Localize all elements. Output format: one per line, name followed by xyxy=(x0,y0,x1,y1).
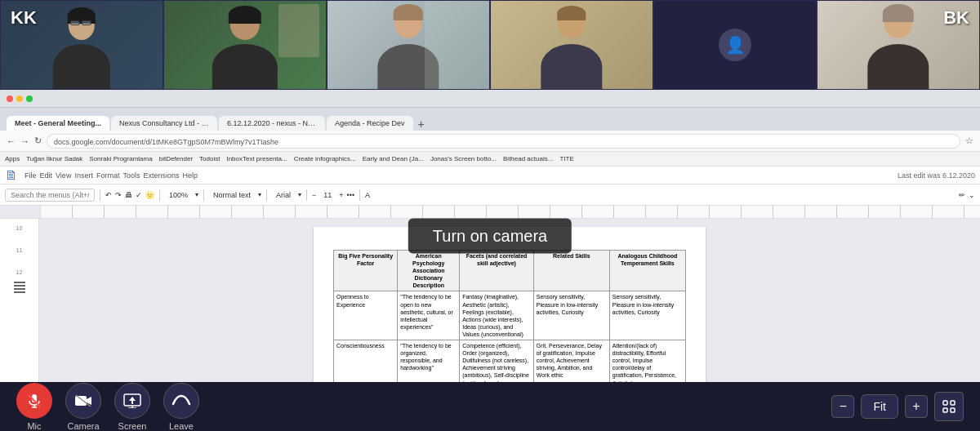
more-options-btn[interactable]: ••• xyxy=(347,191,354,199)
toolbar-sep-6 xyxy=(359,189,360,201)
table-row: Conscientiousness "The tendency to be or… xyxy=(334,340,686,382)
childhood-openness: Sensory sensitivity, Pleasure in low-int… xyxy=(609,291,685,340)
gdocs-ruler xyxy=(0,206,980,219)
turn-on-camera-overlay: Turn on camera xyxy=(408,219,572,254)
bookmark-apps[interactable]: Apps xyxy=(5,155,20,162)
chrome-tab-nexus[interactable]: Nexus Consultancy Ltd - Cairns... xyxy=(111,116,217,131)
bookmark-early[interactable]: Early and Dean (Ja... xyxy=(363,155,424,162)
bookmark-sonraki[interactable]: Sonraki Programlama xyxy=(89,155,152,162)
font-select[interactable]: Arial xyxy=(272,190,295,200)
expand-btn[interactable]: ⌄ xyxy=(969,191,975,199)
menu-file[interactable]: File xyxy=(24,171,37,180)
style-select[interactable]: Normal text xyxy=(209,190,255,200)
col-header-description: American Psychology Association Dictiona… xyxy=(398,251,460,291)
menu-tools[interactable]: Tools xyxy=(122,171,140,180)
zoom-minus-btn[interactable]: − xyxy=(831,395,854,418)
bookmark-jonas[interactable]: Jonas's Screen botto... xyxy=(430,155,497,162)
print-btn[interactable]: 🖶 xyxy=(125,191,132,199)
childhood-conscientiousness: Attention/(lack of) distractibility, Eff… xyxy=(609,340,685,382)
pen-btn[interactable]: ✏ xyxy=(959,191,965,199)
participant-label-bk: BK xyxy=(943,7,969,29)
chrome-title-bar xyxy=(0,90,980,108)
chrome-address-bar: ← → ↻ docs.google.com/document/d/1tMKe8G… xyxy=(0,131,980,152)
screen-share-content: Meet - General Meeting... Nexus Consulta… xyxy=(0,90,980,382)
table-header-row: Big Five Personality Factor American Psy… xyxy=(334,251,686,291)
search-menus-input[interactable] xyxy=(5,189,95,202)
menu-help[interactable]: Help xyxy=(182,171,198,180)
undo-btn[interactable]: ↶ xyxy=(105,191,112,199)
bookmark-bitdefender[interactable]: bitDefender xyxy=(159,155,193,162)
ruler-marks xyxy=(41,206,980,218)
sidebar-list-icon[interactable] xyxy=(12,280,27,296)
bookmarks-bar: Apps Tuğan İlknur Sadak Sonraki Programl… xyxy=(0,152,980,167)
maximize-window-btn[interactable] xyxy=(26,96,33,102)
refresh-btn[interactable]: ↻ xyxy=(34,136,42,146)
factor-openness: Openness to Experience xyxy=(334,291,398,340)
gdocs-window: Meet - General Meeting... Nexus Consulta… xyxy=(0,90,980,382)
forward-btn[interactable]: → xyxy=(20,136,29,146)
bookmark-inboxtext[interactable]: InboxText presenta... xyxy=(226,155,287,162)
participant-thumb-bk: BK xyxy=(817,0,980,90)
chrome-tab-meet[interactable]: Meet - General Meeting... xyxy=(7,116,109,131)
bookmark-bithead[interactable]: Bithead actuals... xyxy=(503,155,553,162)
leave-button[interactable]: Leave xyxy=(163,383,199,431)
chrome-tab-agenda[interactable]: 6.12.12.2020 - nexus - Nexus Di... xyxy=(219,116,325,131)
gdocs-toolbar: ↶ ↷ 🖶 ✓ 🌝 100% ▾ Normal text ▾ Arial ▾ −… xyxy=(0,184,980,206)
screen-button[interactable]: Screen xyxy=(114,383,150,431)
page-num-12: 12 xyxy=(16,269,23,275)
participant-thumb-3 xyxy=(327,0,490,90)
text-color-btn[interactable]: A xyxy=(365,191,370,199)
back-btn[interactable]: ← xyxy=(7,136,16,146)
camera-button[interactable]: Camera xyxy=(65,383,101,431)
controls-bar: Mic Camera xyxy=(0,382,980,431)
fit-btn[interactable]: Fit xyxy=(861,394,898,419)
bookmark-tite[interactable]: TITE xyxy=(559,155,573,162)
svg-rect-3 xyxy=(14,291,25,293)
bookmark-infographics[interactable]: Create infographics... xyxy=(294,155,356,162)
redo-btn[interactable]: ↷ xyxy=(115,191,122,199)
chrome-tab-recipe[interactable]: Agenda - Recipe Dev xyxy=(327,116,413,131)
zoom-select[interactable]: 100% xyxy=(165,190,192,200)
address-field[interactable]: docs.google.com/document/d/1tMKe8GTgpS0M… xyxy=(47,134,960,149)
font-size-field[interactable]: 11 xyxy=(319,190,336,200)
font-size-plus[interactable]: + xyxy=(339,191,343,199)
chrome-tab-bar: Meet - General Meeting... Nexus Consulta… xyxy=(0,108,980,131)
spellcheck-btn[interactable]: ✓ xyxy=(136,191,142,199)
zoom-plus-btn[interactable]: + xyxy=(905,395,928,418)
style-arrow: ▾ xyxy=(258,191,261,198)
participants-bar: KK xyxy=(0,0,980,90)
participant-thumb-kk: KK xyxy=(0,0,163,90)
minimize-window-btn[interactable] xyxy=(16,96,23,102)
screen-share-icon xyxy=(114,383,150,419)
desc-openness: "The tendency to be open to new aestheti… xyxy=(398,291,460,340)
col-header-factor: Big Five Personality Factor xyxy=(334,251,398,291)
bookmark-todoist[interactable]: Todoist xyxy=(199,155,220,162)
menu-view[interactable]: View xyxy=(56,171,71,180)
bookmark-star[interactable]: ☆ xyxy=(965,136,973,146)
col-header-skills: Related Skills xyxy=(533,251,609,291)
desc-conscientiousness: "The tendency to be organized, responsib… xyxy=(398,340,460,382)
col-header-facets: Facets (and correlated skill adjective) xyxy=(460,251,534,291)
menu-extensions[interactable]: Extensions xyxy=(143,171,179,180)
menu-insert[interactable]: Insert xyxy=(74,171,93,180)
gdocs-sidebar: 10 11 12 xyxy=(0,219,39,382)
svg-rect-15 xyxy=(943,401,947,405)
leave-label: Leave xyxy=(169,421,194,431)
facets-conscientiousness: Competence (efficient), Order (organized… xyxy=(460,340,534,382)
gdocs-logo: 🗎 xyxy=(5,168,18,183)
toolbar-sep-2 xyxy=(159,189,160,201)
mic-button[interactable]: Mic xyxy=(16,383,52,431)
menu-format[interactable]: Format xyxy=(96,171,120,180)
svg-rect-8 xyxy=(75,396,87,406)
bookmark-tugan[interactable]: Tuğan İlknur Sadak xyxy=(26,155,82,162)
close-window-btn[interactable] xyxy=(7,96,13,102)
svg-rect-17 xyxy=(943,408,947,412)
menu-edit[interactable]: Edit xyxy=(40,171,53,180)
paint-format-btn[interactable]: 🌝 xyxy=(145,191,154,199)
font-size-minus[interactable]: − xyxy=(312,191,316,199)
skills-openness: Sensory sensitivity, Pleasure in low-int… xyxy=(533,291,609,340)
participant-label-kk: KK xyxy=(11,7,37,29)
fullscreen-btn[interactable] xyxy=(934,392,964,421)
col-header-childhood: Analogous Childhood Temperament Skills xyxy=(609,251,685,291)
new-tab-btn[interactable]: + xyxy=(418,118,425,131)
